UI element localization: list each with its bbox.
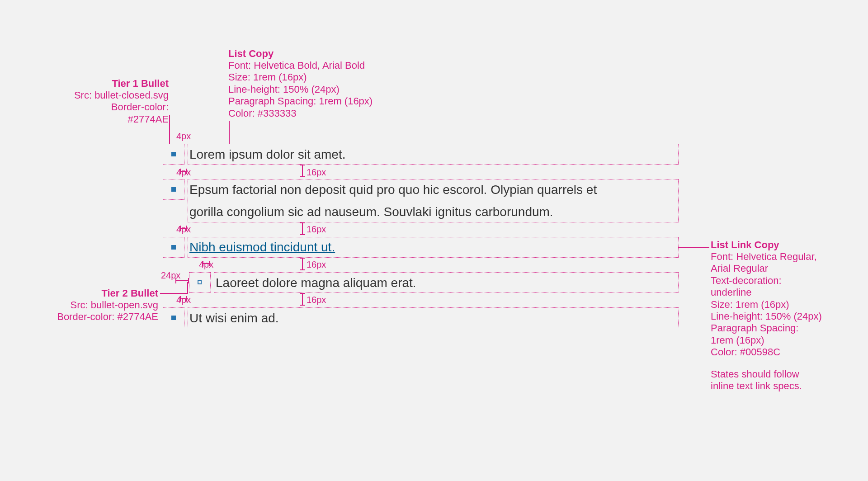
ll-l8: 1rem (16px) (711, 335, 828, 346)
bullet-closed-icon-5 (171, 316, 176, 320)
dim-16px-r2t: 16px (307, 224, 326, 235)
vsp-row4-text (302, 293, 303, 306)
bullet-closed-icon-2 (171, 187, 176, 192)
dim-4px-r3b: 4px (199, 259, 213, 270)
tier1-connector (169, 115, 170, 144)
listcopy-l3: Line-height: 150% (24px) (228, 84, 373, 95)
ll-l1: Font: Helvetica Regular, (711, 251, 828, 263)
tier2-connector-v (187, 282, 188, 294)
listcopy-annotation: List Copy Font: Helvetica Bold, Arial Bo… (228, 48, 373, 119)
tier2-connector-h (160, 293, 187, 294)
dim-24px: 24px (161, 270, 180, 281)
dim-4px-r4b: 4px (176, 295, 191, 305)
tier1-src: Src: bullet-closed.svg (68, 90, 169, 101)
listcopy-l5: Color: #333333 (228, 108, 373, 119)
ll-l2: Arial Regular (711, 263, 828, 274)
bullet-open-icon (198, 280, 202, 284)
ll-l5: Size: 1rem (16px) (711, 299, 828, 311)
dim-16px-r1t: 16px (307, 167, 326, 178)
dim-4px-r1b: 4px (176, 167, 191, 178)
listcopy-l1: Font: Helvetica Bold, Arial Bold (228, 60, 373, 71)
tier2-annotation: Tier 2 Bullet Src: bullet-open.svg Borde… (45, 288, 158, 323)
ll-l3: Text-decoration: (711, 275, 828, 287)
listlink-title: List Link Copy (711, 239, 828, 251)
list-item-2b: gorilla congolium sic ad nauseum. Souvla… (189, 204, 553, 220)
tier1-annotation: Tier 1 Bullet Src: bullet-closed.svg Bor… (68, 78, 169, 125)
list-item-1: Lorem ipsum dolor sit amet. (189, 147, 345, 162)
tier1-title: Tier 1 Bullet (68, 78, 169, 90)
listcopy-l4: Paragraph Spacing: 1rem (16px) (228, 95, 373, 107)
listcopy-connector (229, 121, 230, 144)
listlink-connector (679, 247, 709, 248)
dim-4px-r2b: 4px (176, 224, 191, 235)
ll-l6: Line-height: 150% (24px) (711, 311, 828, 322)
vsp-row1-text (302, 165, 303, 177)
ll-l4: underline (711, 287, 828, 298)
ll-l9: Color: #00598C (711, 346, 828, 358)
list-item-5: Ut wisi enim ad. (189, 311, 279, 326)
ll-l7: Paragraph Spacing: (711, 322, 828, 334)
tier2-src: Src: bullet-open.svg (45, 299, 158, 311)
tier1-border: Border-color: #2774AE (68, 101, 169, 125)
ll-n2: inline text link specs. (711, 380, 828, 392)
list-item-link[interactable]: Nibh euismod tincidunt ut. (189, 240, 335, 255)
ll-n1: States should follow (711, 368, 828, 380)
vsp-row2-text (302, 222, 303, 235)
tier2-border: Border-color: #2774AE (45, 311, 158, 323)
listcopy-title: List Copy (228, 48, 373, 60)
dim-16px-r4t: 16px (307, 295, 326, 305)
tier2-title: Tier 2 Bullet (45, 288, 158, 299)
bullet-closed-icon (171, 152, 176, 156)
list-item-4: Laoreet dolore magna aliquam erat. (216, 275, 416, 291)
listcopy-l2: Size: 1rem (16px) (228, 71, 373, 83)
listlink-annotation: List Link Copy Font: Helvetica Regular, … (711, 239, 828, 392)
list-item-2a: Epsum factorial non deposit quid pro quo… (189, 182, 597, 198)
dim-16px-r3t: 16px (307, 259, 326, 270)
vsp-row3-text (302, 258, 303, 270)
bullet-closed-icon-3 (171, 245, 176, 250)
dim-4px-row1gap: 4px (176, 131, 191, 141)
